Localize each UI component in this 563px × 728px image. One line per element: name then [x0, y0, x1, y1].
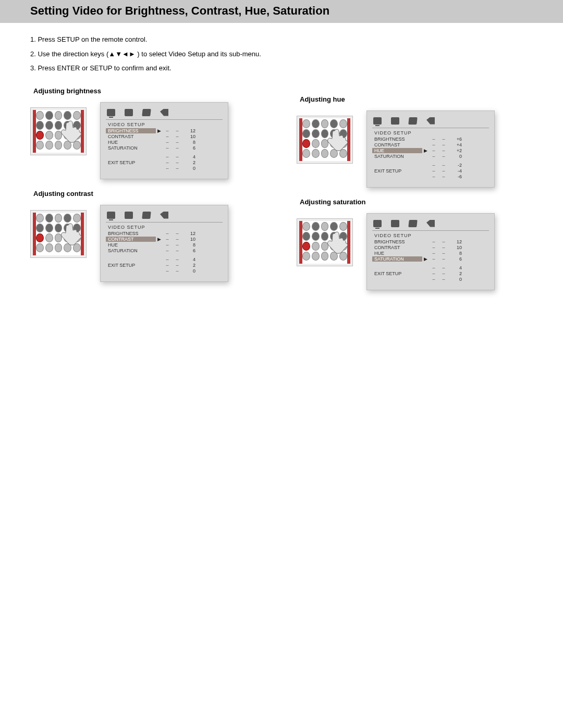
menu-title: VIDEO SETUP — [108, 122, 223, 127]
remote-button-icon — [64, 214, 71, 223]
remote-button-icon — [64, 233, 71, 242]
display-tab-icon — [107, 109, 115, 116]
menu-item-value: 8 — [448, 251, 462, 256]
menu-row: CONTRAST––+4 — [372, 142, 489, 148]
scale-dash: – — [429, 142, 439, 147]
scale-tick: – — [173, 231, 182, 236]
menu-row: BRIGHTNESS––12 — [106, 231, 223, 237]
display-tab-icon — [107, 212, 115, 219]
onscreen-menu-illustration: VIDEO SETUPBRIGHTNESS––12CONTRAST––10HUE… — [366, 213, 495, 290]
menu-item-value: 10 — [182, 134, 195, 139]
scale-dash: – — [429, 256, 439, 262]
menu-item-label: BRIGHTNESS — [372, 137, 422, 142]
menu-item-value: 6 — [182, 248, 195, 253]
left-column: Adjusting brightness VIDEO SETUPBRIGHTNE… — [30, 83, 276, 301]
menu-item-label: CONTRAST — [372, 245, 422, 250]
remote-control-illustration — [30, 107, 87, 155]
remote-button-icon — [302, 252, 310, 261]
heading-saturation: Adjusting saturation — [300, 198, 542, 206]
remote-button-icon — [55, 214, 63, 223]
scale-tick: – — [439, 256, 448, 262]
scale-tick: – — [439, 142, 448, 147]
menu-list: BRIGHTNESS––12CONTRAST––10HUE––8SATURATI… — [372, 239, 489, 282]
remote-button-icon — [55, 243, 63, 252]
remote-button-icon — [36, 233, 44, 242]
scale-dash: – — [162, 268, 173, 274]
scale-tick: – — [173, 166, 182, 171]
menu-row: HUE––8 — [372, 251, 489, 256]
remote-button-icon — [64, 224, 71, 232]
menu-item-label: EXIT SETUP — [106, 263, 156, 268]
hand-tab-icon — [408, 220, 417, 227]
menu-item-value: 10 — [182, 237, 195, 242]
heading-brightness: Adjusting brightness — [33, 87, 276, 95]
menu-item-value: 12 — [182, 128, 195, 133]
page-title: Setting Video for Brightness, Contrast, … — [30, 4, 542, 18]
selection-arrow-icon: ▶ — [422, 256, 429, 262]
remote-button-icon — [312, 139, 320, 148]
menu-item-label: CONTRAST — [372, 142, 422, 147]
scale-tick: – — [439, 245, 448, 250]
remote-button-icon — [330, 129, 338, 138]
scale-dash: – — [162, 154, 173, 159]
menu-item-value: +6 — [448, 137, 462, 142]
remote-button-icon — [64, 131, 71, 140]
scale-tick: – — [173, 268, 182, 274]
tag-tab-icon — [426, 117, 435, 125]
menu-tab-icons — [372, 219, 489, 231]
menu-row: SATURATION––6 — [106, 145, 223, 151]
remote-button-icon — [330, 242, 338, 251]
menu-row: ––4 — [106, 257, 223, 263]
remote-button-icon — [73, 121, 81, 130]
scale-tick: – — [173, 237, 182, 242]
menu-item-label: SATURATION — [106, 145, 156, 151]
remote-button-icon — [321, 252, 329, 261]
remote-button-icon — [339, 129, 347, 138]
scale-tick: – — [439, 168, 448, 174]
remote-button-icon — [330, 232, 338, 241]
menu-item-value: 12 — [182, 231, 195, 236]
menu-item-value: 2 — [182, 160, 195, 165]
scale-tick: – — [173, 128, 182, 133]
menu-item-label: BRIGHTNESS — [106, 128, 156, 133]
remote-button-icon — [339, 222, 347, 231]
tag-tab-icon — [160, 212, 168, 219]
menu-item-value: 2 — [182, 263, 195, 268]
menu-item-value: 0 — [182, 166, 195, 171]
menu-item-value: 8 — [182, 242, 195, 248]
remote-button-icon — [321, 129, 329, 138]
scale-tick: – — [439, 174, 448, 179]
remote-button-icon — [45, 131, 53, 140]
menu-item-value: -2 — [448, 163, 462, 168]
scale-dash: – — [162, 140, 173, 145]
onscreen-menu-illustration: VIDEO SETUPBRIGHTNESS▶––12CONTRAST––10HU… — [100, 102, 228, 179]
scale-dash: – — [429, 239, 439, 244]
menu-item-value: 8 — [182, 140, 195, 145]
menu-item-label: SATURATION — [372, 154, 422, 159]
menu-title: VIDEO SETUP — [374, 130, 489, 135]
scale-dash: – — [162, 242, 173, 248]
menu-row: EXIT SETUP––-4 — [372, 168, 489, 174]
remote-button-icon — [312, 129, 320, 138]
remote-button-icon — [302, 129, 310, 138]
remote-button-icon — [55, 121, 63, 130]
scale-tick: – — [173, 263, 182, 268]
remote-button-icon — [312, 242, 320, 251]
remote-button-icon — [330, 149, 338, 158]
remote-button-icon — [45, 224, 53, 232]
scale-tick: – — [439, 154, 448, 159]
figure-brightness: VIDEO SETUPBRIGHTNESS▶––12CONTRAST––10HU… — [30, 102, 276, 179]
menu-row: ––4 — [372, 265, 489, 271]
remote-button-icon — [321, 242, 329, 251]
remote-button-icon — [302, 232, 310, 241]
menu-item-label: HUE — [106, 140, 156, 145]
hand-tab-icon — [408, 117, 417, 125]
menu-tab-icons — [106, 108, 223, 120]
remote-button-icon — [321, 232, 329, 241]
scale-tick: – — [439, 265, 448, 270]
scale-dash: – — [162, 263, 173, 268]
scale-dash: – — [429, 265, 439, 270]
step-2: 2. Use the direction keys (▲▼◄► ) to sel… — [30, 49, 542, 59]
scale-tick: – — [439, 137, 448, 142]
scale-tick: – — [439, 148, 448, 153]
